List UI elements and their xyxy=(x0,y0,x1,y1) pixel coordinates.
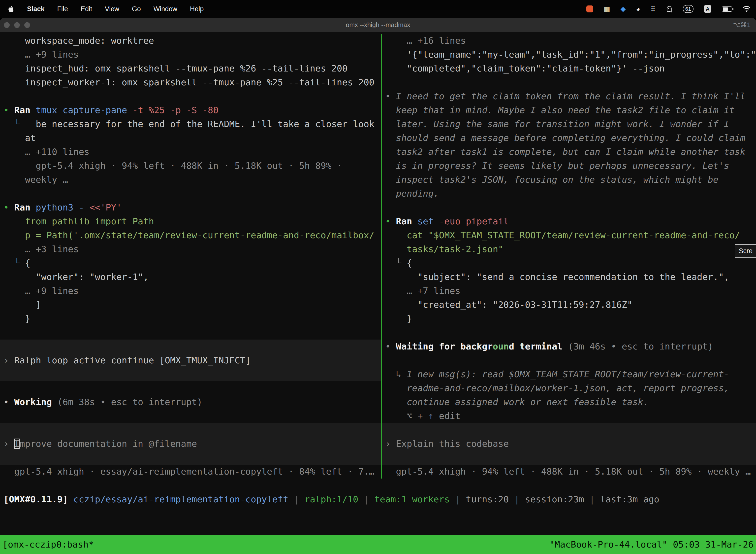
menu-help[interactable]: Help xyxy=(190,5,204,13)
text-segment: (6m 38s • esc to interrupt) xyxy=(52,397,202,407)
terminal-line: … +16 lines xyxy=(382,34,756,48)
terminal-line: readme-and-reco/mailbox/worker-1.json, a… xyxy=(382,381,756,395)
terminal-line: at xyxy=(0,131,381,145)
dots-grid-icon[interactable]: ⠿ xyxy=(650,5,655,13)
text-segment: I need to get the claim token from the c… xyxy=(396,91,745,101)
terminal-line xyxy=(0,326,381,340)
app-menu-slack[interactable]: Slack xyxy=(27,5,45,13)
window-titlebar[interactable]: omx --xhigh --madmax ⌥⌘1 xyxy=(0,18,756,32)
terminal-line: gpt-5.4 xhigh · 94% left · 488K in · 5.1… xyxy=(0,159,381,173)
terminal-line: └ be necessary for the end of the README… xyxy=(0,117,381,131)
edge-tooltip: Scre xyxy=(735,244,756,258)
text-segment: inspect_worker-1: omx sparkshell --tmux-… xyxy=(3,77,375,88)
zoom-button[interactable] xyxy=(24,22,30,28)
circle-icon[interactable]: ◕ xyxy=(636,5,640,13)
text-segment: workspace_mode: worktree xyxy=(3,36,154,46)
terminal-line xyxy=(382,353,756,367)
right-terminal-pane[interactable]: … +16 lines '{"team_name":"my-team","tas… xyxy=(382,34,756,479)
text-segment: ] xyxy=(3,299,41,310)
text-segment: { xyxy=(407,258,412,268)
text-segment: cczip/essay/ai-reimplementation-copyleft xyxy=(73,494,289,504)
text-segment: oun xyxy=(493,341,509,351)
window-shortcut-hint: ⌥⌘1 xyxy=(733,21,751,29)
terminal-line: • Ran set -euo pipefail xyxy=(382,214,756,228)
menu-file[interactable]: File xyxy=(57,5,68,13)
terminal-line: } xyxy=(0,312,381,326)
menu-bar-left: Slack File Edit View Go Window Help xyxy=(0,5,204,13)
text-segment: • xyxy=(385,216,396,226)
text-segment: task2 after task1 is complete, but can I… xyxy=(385,147,745,157)
text-segment: • xyxy=(385,341,396,351)
text-segment: › xyxy=(3,439,14,449)
terminal-line: • Ran tmux capture-pane -t %25 -p -S -80 xyxy=(0,103,381,117)
text-segment: › xyxy=(385,439,396,449)
menu-edit[interactable]: Edit xyxy=(81,5,92,13)
terminal-line: inspect task2's JSON, focusing on the st… xyxy=(382,173,756,187)
text-segment: | xyxy=(584,494,600,504)
text-segment: | xyxy=(289,494,305,504)
text-segment: | xyxy=(509,494,525,504)
menu-window[interactable]: Window xyxy=(153,5,177,13)
text-segment: ↳ 1 new msg(s): read $OMX_TEAM_STATE_ROO… xyxy=(385,369,729,379)
screen-recording-indicator-icon[interactable] xyxy=(586,5,593,12)
battery-icon[interactable] xyxy=(722,6,732,12)
tmux-panes: workspace_mode: worktree … +9 lines insp… xyxy=(0,34,756,479)
battery-percentage-badge[interactable]: 61 xyxy=(683,5,693,13)
text-segment: └ xyxy=(385,258,407,268)
terminal-line: pending. xyxy=(382,187,756,201)
text-segment: Ran xyxy=(14,105,36,115)
text-segment: Explain this codebase xyxy=(396,439,509,449)
input-source-icon[interactable]: A xyxy=(704,5,711,13)
ghost-icon[interactable] xyxy=(666,5,673,12)
terminal-line: … +9 lines xyxy=(0,48,381,62)
text-segment: } xyxy=(385,314,412,324)
prompt-suggestion[interactable]: › Explain this codebase xyxy=(382,423,756,465)
terminal-line: • I need to get the claim token from the… xyxy=(382,89,756,103)
terminal-line: "created_at": "2026-03-31T11:59:27.816Z" xyxy=(382,298,756,312)
terminal-line: ↳ 1 new msg(s): read $OMX_TEAM_STATE_ROO… xyxy=(382,367,756,381)
text-segment: cat "$OMX_TEAM_STATE_ROOT/team/review-cu… xyxy=(385,230,740,240)
terminal-line: … +110 lines xyxy=(0,145,381,159)
text-segment: weekly … xyxy=(3,174,68,185)
terminal-line: • Waiting for background terminal (3m 46… xyxy=(382,340,756,353)
text-segment: • xyxy=(385,91,396,101)
text-segment: … +9 lines xyxy=(3,286,79,296)
text-segment: should send a message before completing … xyxy=(385,133,745,143)
text-segment: • xyxy=(3,397,14,407)
apple-menu-icon[interactable] xyxy=(8,5,14,13)
text-segment: ⌥ + ↑ edit xyxy=(385,411,460,421)
text-segment: turns:20 xyxy=(466,494,509,504)
menu-view[interactable]: View xyxy=(105,5,119,13)
text-segment: | xyxy=(450,494,466,504)
text-segment: set xyxy=(418,216,439,226)
text-segment: … +16 lines xyxy=(385,36,466,46)
text-segment: } xyxy=(3,314,30,324)
terminal-line: p = Path('.omx/state/team/review-current… xyxy=(0,228,381,242)
text-segment: continue assigned work or next feasible … xyxy=(385,397,649,407)
prompt-suggestion[interactable]: › Ralph loop active continue [OMX_TMUX_I… xyxy=(0,340,381,381)
text-segment: keep that in mind. Maybe I also need the… xyxy=(385,105,735,115)
wifi-icon[interactable] xyxy=(743,6,751,12)
text-segment: … +9 lines xyxy=(3,49,79,60)
minimize-button[interactable] xyxy=(14,22,20,28)
left-terminal-pane[interactable]: workspace_mode: worktree … +9 lines insp… xyxy=(0,34,381,479)
close-button[interactable] xyxy=(4,22,10,28)
diamond-icon[interactable]: ◆ xyxy=(621,5,626,13)
terminal-line: gpt-5.4 xhigh · essay/ai-reimplementatio… xyxy=(0,465,381,479)
text-segment: gpt-5.4 xhigh · 94% left · 488K in · 5.1… xyxy=(3,161,342,171)
text-segment: "subject": "send a concise recommendatio… xyxy=(385,272,729,282)
text-segment: › xyxy=(3,355,14,365)
text-segment: "created_at": "2026-03-31T11:59:27.816Z" xyxy=(385,299,632,310)
grid-icon[interactable]: ▦ xyxy=(604,5,610,13)
menu-go[interactable]: Go xyxy=(132,5,141,13)
terminal-line: cat "$OMX_TEAM_STATE_ROOT/team/review-cu… xyxy=(382,228,756,242)
prompt-suggestion[interactable]: › Improve documentation in @filename xyxy=(0,423,381,465)
text-segment: • xyxy=(3,105,14,115)
terminal-line xyxy=(0,89,381,103)
text-segment: Ran xyxy=(396,216,418,226)
text-segment: <<'PY' xyxy=(89,202,122,213)
text-segment: … +110 lines xyxy=(3,147,89,157)
terminal-line xyxy=(0,187,381,201)
terminal-line: should send a message before completing … xyxy=(382,131,756,145)
text-segment: gpt-5.4 xhigh · 94% left · 488K in · 5.1… xyxy=(385,466,751,477)
